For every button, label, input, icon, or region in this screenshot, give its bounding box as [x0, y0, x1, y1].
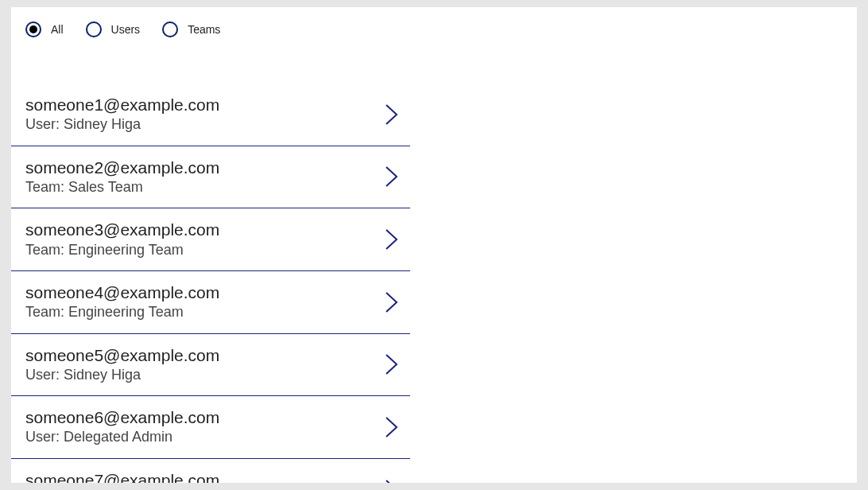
chevron-right-icon: [383, 165, 401, 189]
list-item[interactable]: someone5@example.comUser: Sidney Higa: [11, 334, 410, 397]
filter-label: Users: [111, 23, 141, 36]
list-item-text: someone2@example.comTeam: Sales Team: [25, 158, 219, 197]
list-item-email: someone5@example.com: [25, 345, 219, 366]
list-item-text: someone1@example.comUser: Sidney Higa: [25, 95, 219, 134]
chevron-right-icon: [383, 415, 401, 439]
list-item[interactable]: someone1@example.comUser: Sidney Higa: [11, 90, 410, 146]
list-item[interactable]: someone3@example.comTeam: Engineering Te…: [11, 208, 410, 271]
radio-icon: [86, 21, 102, 37]
chevron-right-icon: [383, 103, 401, 126]
list-item-subtitle: User: Sidney Higa: [25, 366, 219, 384]
chevron-right-icon: [383, 478, 401, 483]
list-item[interactable]: someone6@example.comUser: Delegated Admi…: [11, 396, 410, 459]
radio-icon: [162, 21, 178, 37]
list-item-text: someone5@example.comUser: Sidney Higa: [25, 345, 219, 385]
list-item-subtitle: Team: Engineering Team: [25, 303, 219, 321]
filter-label: All: [51, 23, 64, 36]
list-item-subtitle: User: Delegated Admin: [25, 428, 219, 446]
list-item[interactable]: someone4@example.comTeam: Engineering Te…: [11, 271, 410, 334]
list-item-subtitle: Team: Engineering Team: [25, 241, 219, 259]
list-item[interactable]: someone7@example.comUser: Sidney Higa: [11, 459, 410, 483]
list-item-text: someone7@example.comUser: Sidney Higa: [25, 470, 219, 483]
results-list[interactable]: someone1@example.comUser: Sidney Higasom…: [11, 90, 410, 483]
filter-radio-users[interactable]: Users: [86, 21, 141, 37]
radio-icon: [25, 21, 41, 37]
list-item-email: someone6@example.com: [25, 407, 219, 428]
list-item-email: someone3@example.com: [25, 220, 219, 240]
chevron-right-icon: [383, 352, 401, 376]
list-item-subtitle: Team: Sales Team: [25, 178, 219, 196]
list-item-email: someone1@example.com: [25, 95, 219, 115]
filter-bar: All Users Teams: [11, 7, 857, 37]
filter-radio-teams[interactable]: Teams: [162, 21, 220, 37]
list-item-text: someone6@example.comUser: Delegated Admi…: [25, 407, 219, 447]
list-item-text: someone4@example.comTeam: Engineering Te…: [25, 282, 219, 322]
chevron-right-icon: [383, 290, 401, 314]
list-item[interactable]: someone2@example.comTeam: Sales Team: [11, 146, 410, 209]
list-item-email: someone4@example.com: [25, 282, 219, 303]
main-panel: All Users Teams someone1@example.comUser…: [11, 7, 857, 483]
list-item-email: someone7@example.com: [25, 470, 219, 483]
list-item-text: someone3@example.comTeam: Engineering Te…: [25, 220, 219, 259]
list-item-subtitle: User: Sidney Higa: [25, 115, 219, 134]
list-item-email: someone2@example.com: [25, 158, 219, 178]
chevron-right-icon: [383, 228, 401, 251]
filter-radio-all[interactable]: All: [25, 21, 64, 37]
filter-label: Teams: [188, 23, 220, 36]
